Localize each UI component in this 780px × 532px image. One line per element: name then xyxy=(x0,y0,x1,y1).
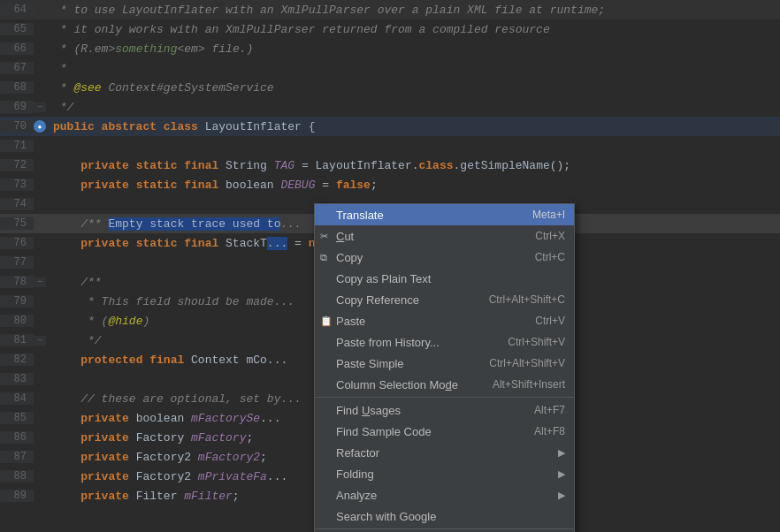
line-number: 86 xyxy=(0,431,34,444)
menu-item-label: Find Usages xyxy=(336,404,401,417)
line-number: 67 xyxy=(0,62,34,74)
code-content: // these are optional, set by... xyxy=(46,392,302,406)
menu-item-search-google[interactable]: Search with Google xyxy=(315,505,574,527)
code-content: */ xyxy=(46,334,102,347)
line-number: 87 xyxy=(0,451,34,463)
menu-item-translate[interactable]: Translate Meta+I xyxy=(315,204,574,225)
code-content: */ xyxy=(46,101,73,114)
code-line-67: 67 * xyxy=(0,58,780,78)
menu-item-paste[interactable]: 📋 Paste Ctrl+V xyxy=(315,310,574,331)
menu-shortcut: Alt+F7 xyxy=(534,404,565,416)
code-content: * xyxy=(46,62,67,75)
code-line-69: 69 − */ xyxy=(0,97,780,117)
menu-separator xyxy=(315,528,574,529)
code-content: * (@hide) xyxy=(46,315,149,328)
code-content: * @see Context#getSystemService xyxy=(46,81,274,95)
menu-item-label: Search with Google xyxy=(336,510,436,523)
code-line-73: 73 private static final boolean DEBUG = … xyxy=(0,175,780,194)
menu-item-paste-simple[interactable]: Paste Simple Ctrl+Alt+Shift+V xyxy=(315,353,574,374)
line-number: 74 xyxy=(0,198,34,210)
menu-shortcut: Alt+F8 xyxy=(534,425,565,437)
gutter-78: − xyxy=(34,277,46,287)
menu-item-label: Analyze xyxy=(336,489,377,502)
code-editor: 64 * to use LayoutInflater with an XmlPu… xyxy=(0,0,780,532)
code-line-72: 72 private static final String TAG = Lay… xyxy=(0,156,780,175)
line-number: 68 xyxy=(0,81,34,94)
menu-shortcut: Ctrl+Shift+V xyxy=(508,336,565,348)
code-line-71: 71 xyxy=(0,136,780,156)
menu-item-copy[interactable]: ⧉ Copy Ctrl+C xyxy=(315,247,574,268)
code-content: /** xyxy=(46,276,102,289)
menu-item-label: Find Sample Code xyxy=(336,425,432,438)
code-content: public abstract class LayoutInflater { xyxy=(46,120,315,133)
code-content: * it only works with an XmlPullParser re… xyxy=(46,23,550,36)
menu-shortcut: Alt+Shift+Insert xyxy=(493,378,565,391)
line-number: 64 xyxy=(0,4,34,16)
menu-item-paste-history[interactable]: Paste from History... Ctrl+Shift+V xyxy=(315,331,574,353)
code-content: * to use LayoutInflater with an XmlPullP… xyxy=(46,4,605,17)
line-number: 75 xyxy=(0,217,34,230)
code-line-68: 68 * @see Context#getSystemService xyxy=(0,78,780,97)
menu-shortcut: Meta+I xyxy=(532,209,565,221)
code-content: private Filter mFilter; xyxy=(46,490,240,503)
menu-item-label: Paste from History... xyxy=(336,336,440,349)
code-content: private Factory mFactory; xyxy=(46,431,253,445)
code-content: * This field should be made... xyxy=(46,295,294,308)
line-number: 72 xyxy=(0,159,34,171)
line-number: 77 xyxy=(0,256,34,269)
line-number: 79 xyxy=(0,295,34,308)
gutter-69: − xyxy=(34,103,46,112)
line-number: 78 xyxy=(0,276,34,288)
code-line-70: 70 ● public abstract class LayoutInflate… xyxy=(0,117,780,136)
line-number: 65 xyxy=(0,23,34,35)
code-line-66: 66 * (R.em>something<em> file.) xyxy=(0,39,780,58)
menu-item-folding[interactable]: Folding ▶ xyxy=(315,463,574,484)
line-number: 83 xyxy=(0,373,34,385)
code-content: protected final Context mCo... xyxy=(46,353,287,367)
breakpoint-icon[interactable]: ● xyxy=(34,120,46,133)
fold-icon[interactable]: − xyxy=(37,336,42,346)
line-number: 69 xyxy=(0,101,34,113)
menu-item-cut[interactable]: ✂ Cut Ctrl+X xyxy=(315,225,574,247)
line-number: 66 xyxy=(0,42,34,55)
menu-item-find-usages[interactable]: Find Usages Alt+F7 xyxy=(315,399,574,421)
menu-item-label: Column Selection Mode xyxy=(336,378,458,391)
submenu-arrow-icon: ▶ xyxy=(558,447,565,459)
gutter-81: − xyxy=(34,336,46,346)
code-line-64: 64 * to use LayoutInflater with an XmlPu… xyxy=(0,0,780,19)
line-number: 71 xyxy=(0,140,34,152)
context-menu: Translate Meta+I ✂ Cut Ctrl+X ⧉ Copy Ctr… xyxy=(314,203,575,532)
code-content: * (R.em>something<em> file.) xyxy=(46,42,253,56)
line-number: 84 xyxy=(0,392,34,405)
code-content: private Factory2 mFactory2; xyxy=(46,451,267,464)
fold-icon[interactable]: − xyxy=(37,103,42,112)
menu-item-find-sample[interactable]: Find Sample Code Alt+F8 xyxy=(315,421,574,442)
menu-shortcut: Ctrl+X xyxy=(535,230,565,242)
menu-item-copy-plain[interactable]: Copy as Plain Text xyxy=(315,268,574,289)
menu-item-label: Translate xyxy=(336,209,384,222)
line-number: 89 xyxy=(0,490,34,502)
line-number: 85 xyxy=(0,412,34,424)
code-content: private boolean mFactorySe... xyxy=(46,412,280,425)
paste-icon: 📋 xyxy=(320,315,333,327)
menu-item-label: Copy Reference xyxy=(336,293,419,307)
menu-shortcut: Ctrl+V xyxy=(535,315,565,327)
menu-item-analyze[interactable]: Analyze ▶ xyxy=(315,484,574,505)
line-number: 70 xyxy=(0,120,34,133)
menu-shortcut: Ctrl+Alt+Shift+C xyxy=(489,293,565,306)
line-number: 80 xyxy=(0,315,34,327)
menu-shortcut: Ctrl+Alt+Shift+V xyxy=(489,357,565,369)
menu-item-refactor[interactable]: Refactor ▶ xyxy=(315,442,574,463)
line-number: 81 xyxy=(0,334,34,346)
fold-icon[interactable]: − xyxy=(37,277,42,287)
menu-item-label: Folding xyxy=(336,467,374,481)
menu-item-column-mode[interactable]: Column Selection Mode Alt+Shift+Insert xyxy=(315,374,574,395)
code-content: private static final boolean DEBUG = fal… xyxy=(46,179,378,192)
menu-item-copy-reference[interactable]: Copy Reference Ctrl+Alt+Shift+C xyxy=(315,289,574,310)
menu-item-label: Copy xyxy=(336,251,363,264)
menu-separator xyxy=(315,397,574,398)
line-number: 76 xyxy=(0,237,34,249)
menu-item-label: Copy as Plain Text xyxy=(336,272,431,285)
menu-item-label: Refactor xyxy=(336,446,379,460)
line-number: 88 xyxy=(0,470,34,483)
